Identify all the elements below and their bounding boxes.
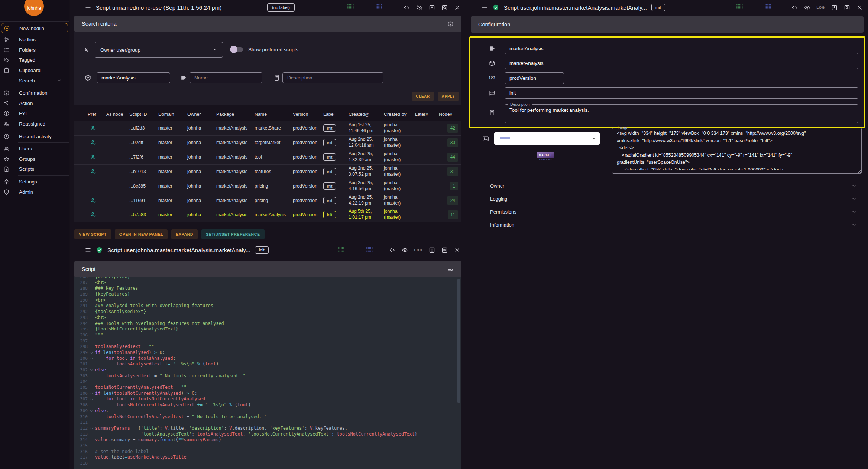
code-text: <br> xyxy=(94,315,106,321)
config-package-input[interactable] xyxy=(505,58,858,69)
owner-cell: johnha xyxy=(187,212,216,217)
fold-marker[interactable] xyxy=(89,356,94,362)
code-text: {description} xyxy=(94,277,130,280)
table-row[interactable]: ...11691masterjohnhamarketAnalysispricin… xyxy=(74,193,461,208)
close-icon[interactable] xyxy=(454,247,460,253)
set-unset-preference-button[interactable]: SET/UNSET PREFERENCE xyxy=(201,229,265,239)
sidebar-item-clipboard[interactable]: Clipboard xyxy=(0,65,69,76)
show-preferred-scripts-toggle[interactable] xyxy=(231,47,243,52)
package-input[interactable] xyxy=(97,72,170,83)
column-header-later: Later# xyxy=(415,112,439,118)
sidebar-item-users[interactable]: Users xyxy=(0,144,69,154)
accordion-logging[interactable]: Logging xyxy=(471,192,864,205)
accordion-permissions[interactable]: Permissions xyxy=(471,205,864,218)
clear-button[interactable]: CLEAR xyxy=(412,92,434,101)
config-description-field[interactable]: Description Tool for performing market a… xyxy=(505,102,858,123)
sidebar-item-recent-activity[interactable]: Recent activity xyxy=(0,131,69,141)
accordion-information[interactable]: Information xyxy=(471,218,864,231)
table-row[interactable]: ...b1013masterjohnhamarketAnalysisfeatur… xyxy=(74,164,461,179)
image-svg-field[interactable]: Image <svg width="334" height="173" view… xyxy=(612,126,862,174)
sidebar-item-admin[interactable]: Admin xyxy=(0,187,69,197)
fold-marker[interactable] xyxy=(89,350,94,356)
sidebar-item-folders[interactable]: Folders xyxy=(0,45,69,55)
eye-icon[interactable] xyxy=(804,4,810,11)
grid-blue-icon[interactable] xyxy=(765,4,771,10)
grid-blue-icon[interactable] xyxy=(376,4,382,10)
log-button[interactable]: LOG xyxy=(414,248,423,252)
sidebar-item-confirmation[interactable]: Confirmation xyxy=(0,88,69,98)
grid-green-icon[interactable] xyxy=(736,4,743,10)
sidebar-item-fyi[interactable]: FYI xyxy=(0,108,69,119)
search-box-icon[interactable] xyxy=(441,4,448,11)
expand-button[interactable]: EXPAND xyxy=(171,229,198,239)
name-cell: targetMarket xyxy=(255,140,293,145)
search-box-icon[interactable] xyxy=(441,247,448,253)
wrap-lines-icon[interactable] xyxy=(447,266,454,273)
avatar[interactable]: johnha xyxy=(24,0,44,16)
description-input[interactable] xyxy=(282,72,383,83)
log-button[interactable]: LOG xyxy=(817,6,825,9)
table-row[interactable]: ...7f2f6masterjohnhamarketAnalysistoolpr… xyxy=(74,150,461,164)
config-version-input[interactable] xyxy=(505,72,564,84)
table-row[interactable]: ...8c385masterjohnhamarketAnalysispricin… xyxy=(74,179,461,193)
init-badge: init xyxy=(323,153,336,161)
code-icon[interactable] xyxy=(791,4,798,11)
sidebar-item-label: Users xyxy=(19,146,32,152)
fold-marker[interactable] xyxy=(89,426,94,431)
search-box-icon[interactable] xyxy=(844,4,850,11)
fold-marker[interactable] xyxy=(89,408,94,414)
code-editor[interactable]: 286{description}287<br>288### Key Featur… xyxy=(74,277,461,469)
sidebar-item-new-nodlin[interactable]: New nodlin xyxy=(1,23,68,33)
config-name-input[interactable] xyxy=(505,43,858,54)
description-icon xyxy=(273,74,280,81)
table-row[interactable]: ...92dffmasterjohnhamarketAnalysistarget… xyxy=(74,135,461,150)
domain-cell: master xyxy=(158,154,187,160)
line-number: 292 xyxy=(74,309,89,315)
fold-marker[interactable] xyxy=(89,396,94,402)
code-line: 297 xyxy=(74,338,461,344)
table-row[interactable]: ...57a83masterjohnhamarketAnalysismarket… xyxy=(74,208,461,222)
view-script-button[interactable]: VIEW SCRIPT xyxy=(74,229,111,239)
menu-icon[interactable] xyxy=(481,4,488,11)
close-icon[interactable] xyxy=(454,4,460,11)
owner-user-group-dropdown[interactable]: Owner user/group xyxy=(95,42,223,58)
image-select[interactable] xyxy=(494,132,600,145)
code-icon[interactable] xyxy=(389,247,395,253)
grid-blue-icon[interactable] xyxy=(366,247,373,252)
download-box-icon[interactable] xyxy=(429,4,435,11)
configuration-bar: Configuration xyxy=(471,16,864,33)
accordion-label: Information xyxy=(490,222,514,228)
accordion-owner[interactable]: Owner xyxy=(471,179,864,192)
image-select-preview xyxy=(500,137,510,140)
help-icon[interactable] xyxy=(447,21,454,27)
menu-icon[interactable] xyxy=(85,4,91,11)
sidebar-item-scripts[interactable]: Scripts xyxy=(0,164,69,175)
name-cell: pricing xyxy=(255,198,293,203)
close-icon[interactable] xyxy=(856,4,863,11)
download-box-icon[interactable] xyxy=(831,4,838,11)
sidebar-item-search[interactable]: Search xyxy=(0,75,69,86)
download-box-icon[interactable] xyxy=(429,247,435,253)
grid-green-icon[interactable] xyxy=(338,247,345,252)
sidebar-item-nodlins[interactable]: Nodlins xyxy=(0,35,69,45)
code-icon[interactable] xyxy=(404,4,410,11)
sidebar-item-action[interactable]: Action xyxy=(0,98,69,109)
fold-marker[interactable] xyxy=(89,391,94,397)
name-input[interactable] xyxy=(190,72,262,83)
menu-icon[interactable] xyxy=(85,247,91,253)
open-in-new-panel-button[interactable]: OPEN IN NEW PANEL xyxy=(115,229,168,239)
line-number: 302 xyxy=(74,367,89,373)
sidebar-item-tagged[interactable]: Tagged xyxy=(0,55,69,65)
config-label-input[interactable] xyxy=(505,87,858,99)
sidebar-item-reassigned[interactable]: Reassigned xyxy=(0,119,69,129)
sidebar-item-settings[interactable]: Settings xyxy=(0,177,69,187)
fold-marker[interactable] xyxy=(89,367,94,373)
code-scrollbar[interactable] xyxy=(457,279,460,403)
table-row[interactable]: ...df2d3masterjohnhamarketAnalysismarket… xyxy=(74,121,461,135)
grid-green-icon[interactable] xyxy=(347,4,354,10)
eye-icon[interactable] xyxy=(402,247,408,253)
code-line: 306if len(toolsNotCurrentlyAnalysed) > 0… xyxy=(74,391,461,397)
eye-off-icon[interactable] xyxy=(416,4,422,11)
sidebar-item-groups[interactable]: Groups xyxy=(0,154,69,165)
apply-button[interactable]: APPLY xyxy=(438,92,459,101)
